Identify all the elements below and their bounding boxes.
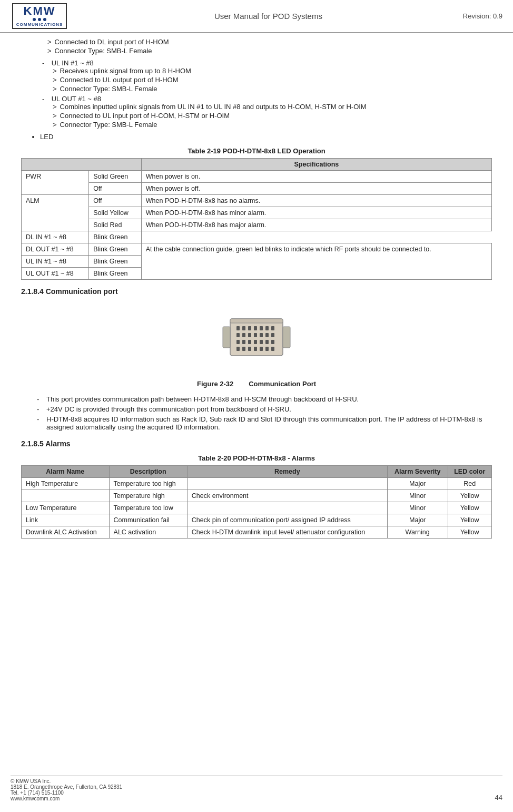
led-cell-col3: When POD-H-DTM-8x8 has major alarm.	[141, 219, 491, 231]
alarm-cell-severity: Major	[387, 514, 448, 526]
led-table: Specifications PWRSolid GreenWhen power …	[21, 158, 492, 280]
led-cell-name: UL IN #1 ~ #8	[22, 256, 89, 268]
alarm-cell-remedy: Check H-DTM downlink input level/ attenu…	[187, 526, 387, 539]
svg-rect-6	[260, 326, 263, 330]
figure-num: Figure 2-32	[197, 380, 233, 388]
led-cell-col3: When POD-H-DTM-8x8 has no alarms.	[141, 195, 491, 207]
svg-rect-1	[230, 319, 283, 323]
led-cell-col2: Solid Green	[89, 171, 142, 183]
ul-out-subs: Combines inputted uplink signals from UL…	[53, 103, 492, 129]
alarm-th: Alarm Severity	[387, 466, 448, 478]
ul-out-sub-2: Connected to UL input port of H-COM, H-S…	[53, 112, 492, 120]
svg-rect-17	[242, 340, 245, 344]
svg-rect-28	[265, 347, 269, 351]
led-cell-col2: Off	[89, 195, 142, 207]
dash-list: - UL IN #1 ~ #8 Receives uplink signal f…	[37, 59, 492, 129]
svg-rect-25	[248, 347, 251, 351]
svg-rect-4	[248, 326, 251, 330]
sub-item-1: Connected to DL input port of H-HOM	[47, 38, 492, 46]
svg-rect-5	[254, 326, 257, 330]
svg-rect-11	[248, 333, 251, 337]
section-2184-heading: 2.1.8.4 Communication port	[21, 287, 492, 296]
main-content: Connected to DL input port of H-HOM Conn…	[0, 38, 513, 556]
alarm-cell-desc: Temperature too high	[109, 478, 187, 490]
logo-dot-1	[33, 18, 36, 21]
section-2185-heading: 2.1.8.5 Alarms	[21, 439, 492, 448]
led-cell-name: DL IN #1 ~ #8	[22, 231, 89, 243]
header-title: User Manual for POD Systems	[74, 12, 463, 21]
alarm-cell-led: Yellow	[448, 514, 491, 526]
alarm-cell-desc: Temperature high	[109, 490, 187, 502]
led-th-empty	[22, 159, 142, 171]
figure-caption: Figure 2-32 Communication Port	[197, 380, 316, 388]
figure-title: Communication Port	[249, 380, 316, 388]
svg-rect-16	[236, 340, 240, 344]
alarm-table: Alarm NameDescriptionRemedyAlarm Severit…	[21, 465, 492, 539]
logo-comm: COMMUNICATIONS	[16, 22, 63, 27]
alarm-cell-name: High Temperature	[22, 478, 110, 490]
svg-rect-30	[283, 327, 290, 348]
logo-box: KMW COMMUNICATIONS	[12, 3, 67, 29]
alarm-cell-name: Low Temperature	[22, 502, 110, 514]
led-outer-list: LED	[40, 133, 492, 141]
svg-rect-24	[242, 347, 245, 351]
alarm-cell-severity: Minor	[387, 502, 448, 514]
alarm-cell-desc: Communication fail	[109, 514, 187, 526]
footer-web: www.kmwcomm.com	[11, 796, 122, 801]
led-cell-col3: When power is on.	[141, 171, 491, 183]
svg-rect-21	[265, 340, 269, 344]
alarm-cell-name: Link	[22, 514, 110, 526]
svg-rect-20	[260, 340, 263, 344]
alarm-cell-led: Yellow	[448, 526, 491, 539]
alarm-th: Alarm Name	[22, 466, 110, 478]
alarm-th: Remedy	[187, 466, 387, 478]
alarm-th: Description	[109, 466, 187, 478]
led-cell-col2: Blink Green	[89, 231, 142, 243]
alarm-cell-led: Yellow	[448, 502, 491, 514]
footer-company: © KMW USA Inc.	[11, 778, 122, 784]
dash-ul-in: - UL IN #1 ~ #8 Receives uplink signal f…	[37, 59, 492, 93]
footer-info: © KMW USA Inc. 1818 E. Orangethrope Ave,…	[11, 778, 122, 801]
led-cell-col2: Blink Green	[89, 268, 142, 280]
top-bullets: Connected to DL input port of H-HOM Conn…	[37, 38, 492, 55]
dash-ul-out: - UL OUT #1 ~ #8 Combines inputted uplin…	[37, 95, 492, 129]
alarm-cell-desc: Temperature too low	[109, 502, 187, 514]
alarm-cell-remedy: Check pin of communication port/ assigne…	[187, 514, 387, 526]
ul-in-label: UL IN #1 ~ #8	[52, 59, 94, 67]
led-cell-col3: At the cable connection guide, green led…	[141, 243, 491, 280]
logo-dot-row	[33, 18, 46, 21]
alarm-cell-led: Yellow	[448, 490, 491, 502]
svg-rect-12	[254, 333, 257, 337]
led-cell-name: ALM	[22, 195, 89, 231]
svg-rect-15	[271, 333, 274, 337]
list-item: Connected to DL input port of H-HOM Conn…	[37, 38, 492, 55]
dash-prefix-2: -	[42, 95, 50, 103]
svg-rect-8	[271, 326, 274, 330]
alarm-th: LED color	[448, 466, 491, 478]
page-footer: © KMW USA Inc. 1818 E. Orangethrope Ave,…	[11, 776, 502, 801]
svg-rect-19	[254, 340, 257, 344]
footer-page: 44	[495, 794, 502, 801]
communication-port-figure	[199, 303, 314, 377]
ul-in-sub-3: Connector Type: SMB-L Female	[53, 85, 492, 93]
ul-out-label: UL OUT #1 ~ #8	[52, 95, 101, 103]
led-cell-col2: Off	[89, 183, 142, 195]
ul-in-sub-1: Receives uplink signal from up to 8 H-HO…	[53, 67, 492, 75]
logo-dot-2	[38, 18, 41, 21]
body-list-item: This port provides communication path be…	[37, 395, 492, 403]
logo-dot-3	[43, 18, 46, 21]
svg-rect-29	[271, 347, 274, 351]
led-cell-name: PWR	[22, 171, 89, 195]
logo-letters: KMW	[24, 5, 56, 17]
alarm-cell-remedy	[187, 478, 387, 490]
alarm-cell-remedy	[187, 502, 387, 514]
alarm-cell-desc: ALC activation	[109, 526, 187, 539]
body-list-item: +24V DC is provided through this communi…	[37, 405, 492, 413]
svg-rect-27	[260, 347, 263, 351]
svg-rect-7	[265, 326, 269, 330]
logo-area: KMW COMMUNICATIONS	[5, 3, 74, 29]
page-header: KMW COMMUNICATIONS User Manual for POD S…	[0, 0, 513, 33]
section-2184-body: This port provides communication path be…	[37, 395, 492, 431]
alarm-cell-remedy: Check environment	[187, 490, 387, 502]
ul-out-sub-3: Connector Type: SMB-L Female	[53, 121, 492, 129]
